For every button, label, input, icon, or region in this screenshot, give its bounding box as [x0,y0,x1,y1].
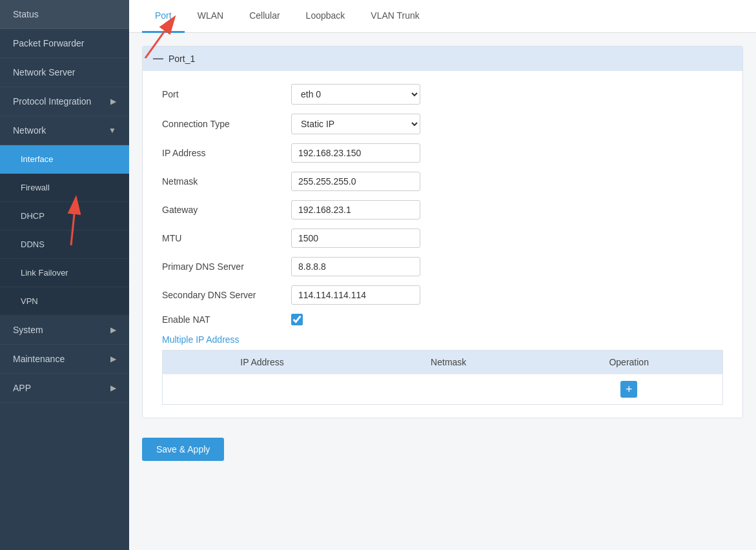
netmask-input[interactable] [291,172,420,191]
sidebar-item-packet-forwarder[interactable]: Packet Forwarder [0,29,129,58]
tab-wlan[interactable]: WLAN [185,0,236,33]
gateway-input[interactable] [291,200,420,219]
sidebar-item-label: Packet Forwarder [13,38,84,48]
gateway-row: Gateway [162,200,723,219]
sidebar-item-label: APP [13,383,31,393]
ip-address-row: IP Address [162,143,723,163]
sidebar-item-label: Status [13,9,39,19]
sidebar: StatusPacket ForwarderNetwork ServerProt… [0,0,129,550]
port-label: Port [162,89,291,99]
mtu-label: MTU [162,233,291,243]
connection-type-label: Connection Type [162,119,291,129]
sidebar-item-label: Network Server [13,67,75,77]
tab-cellular[interactable]: Cellular [236,0,292,33]
chevron-right-icon: ▼ [108,126,116,135]
chevron-right-icon: ▶ [110,325,116,334]
secondary-dns-row: Secondary DNS Server [162,285,723,305]
port-select[interactable]: eth 0 eth 1 [291,84,420,105]
mtu-input[interactable] [291,229,420,248]
enable-nat-row: Enable NAT [162,314,723,325]
port-section-title: Port_1 [169,54,195,64]
netmask-cell [362,374,535,405]
operation-cell: + [535,374,722,405]
save-apply-button[interactable]: Save & Apply [142,438,224,461]
sidebar-item-label: System [13,325,43,335]
sidebar-item-link-failover[interactable]: Link Failover [0,259,129,287]
port-header: — Port_1 [143,46,742,71]
main-content: PortWLANCellularLoopbackVLAN Trunk — Por… [129,0,756,550]
netmask-row: Netmask [162,172,723,191]
netmask-label: Netmask [162,176,291,187]
content-area: — Port_1 Port eth 0 eth 1 Connection Typ… [129,33,756,550]
connection-type-row: Connection Type Static IP DHCP PPPoE [162,114,723,134]
tab-vlan-trunk[interactable]: VLAN Trunk [358,0,432,33]
ip-cell [163,374,362,405]
sidebar-item-dhcp[interactable]: DHCP [0,202,129,230]
sidebar-item-protocol-integration[interactable]: Protocol Integration▶ [0,87,129,116]
ip-address-label: IP Address [162,148,291,158]
sidebar-item-label: DDNS [21,239,45,249]
port-form: Port eth 0 eth 1 Connection Type Static … [143,71,742,418]
sidebar-item-ddns[interactable]: DDNS [0,230,129,259]
mtu-row: MTU [162,229,723,248]
collapse-icon[interactable]: — [153,53,163,65]
sidebar-item-label: Link Failover [21,268,68,278]
sidebar-item-label: Interface [21,154,54,164]
sidebar-item-interface[interactable]: Interface [0,145,129,174]
primary-dns-row: Primary DNS Server [162,257,723,276]
col-operation-header: Operation [535,351,722,374]
tab-loopback[interactable]: Loopback [293,0,358,33]
sidebar-item-label: Maintenance [13,354,65,364]
sidebar-item-maintenance[interactable]: Maintenance▶ [0,345,129,374]
chevron-right-icon: ▶ [110,354,116,363]
col-netmask-header: Netmask [362,351,535,374]
tabs-bar: PortWLANCellularLoopbackVLAN Trunk [129,0,756,33]
sidebar-item-status[interactable]: Status [0,0,129,29]
gateway-label: Gateway [162,205,291,215]
sidebar-item-label: Network [13,125,46,136]
primary-dns-label: Primary DNS Server [162,261,291,272]
connection-type-select[interactable]: Static IP DHCP PPPoE [291,114,420,134]
col-ip-header: IP Address [163,351,362,374]
chevron-right-icon: ▶ [110,97,116,106]
enable-nat-checkbox[interactable] [291,314,303,325]
sidebar-item-label: VPN [21,296,38,306]
tab-port[interactable]: Port [142,0,185,33]
enable-nat-label: Enable NAT [162,314,291,325]
sidebar-item-vpn[interactable]: VPN [0,287,129,316]
multi-ip-table: IP Address Netmask Operation + [162,350,723,405]
sidebar-item-network-server[interactable]: Network Server [0,58,129,87]
primary-dns-input[interactable] [291,257,420,276]
sidebar-item-label: Firewall [21,183,50,192]
sidebar-item-firewall[interactable]: Firewall [0,174,129,202]
sidebar-item-network[interactable]: Network▼ [0,116,129,145]
secondary-dns-label: Secondary DNS Server [162,290,291,300]
sidebar-item-app[interactable]: APP▶ [0,374,129,403]
sidebar-item-label: DHCP [21,211,45,221]
sidebar-item-system[interactable]: System▶ [0,316,129,345]
ip-address-input[interactable] [291,143,420,163]
table-row: + [163,374,723,405]
add-ip-button[interactable]: + [620,381,637,398]
secondary-dns-input[interactable] [291,285,420,305]
sidebar-item-label: Protocol Integration [13,96,91,107]
port-section: — Port_1 Port eth 0 eth 1 Connection Typ… [142,46,743,418]
chevron-right-icon: ▶ [110,383,116,392]
multi-ip-title: Multiple IP Address [162,334,240,345]
port-field-row: Port eth 0 eth 1 [162,84,723,105]
